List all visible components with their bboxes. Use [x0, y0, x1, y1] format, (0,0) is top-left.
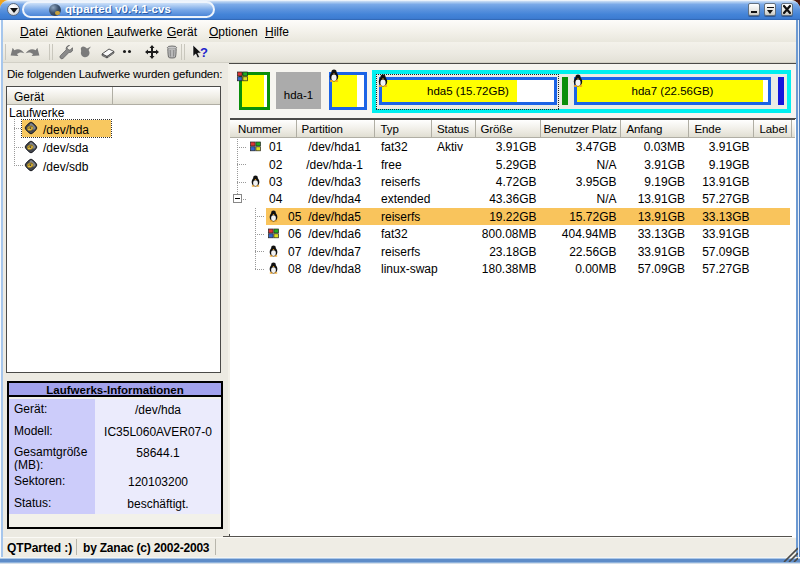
svg-text:?: ?	[200, 45, 208, 60]
